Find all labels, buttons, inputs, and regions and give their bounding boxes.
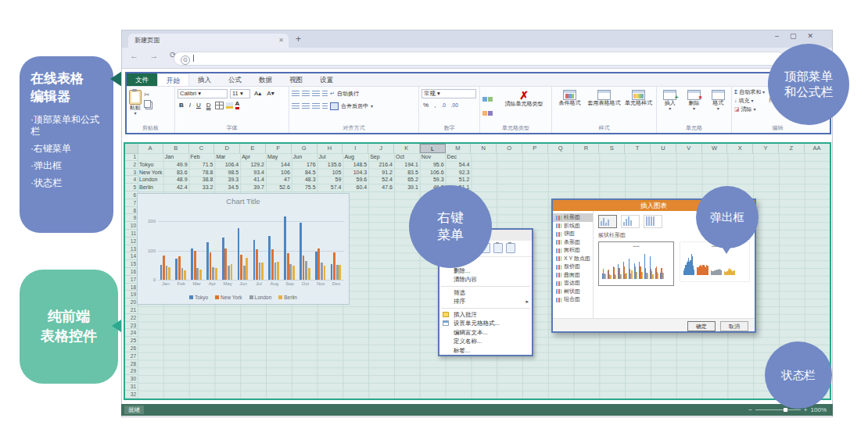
align-right-icon[interactable] — [312, 103, 320, 109]
chart-type-曲面图[interactable]: 曲面图 — [553, 271, 593, 280]
grid-cell[interactable]: 78.8 — [189, 169, 215, 177]
font-color-icon[interactable]: A — [235, 101, 240, 109]
chart-preview-alt[interactable]: ▬▬ — [680, 241, 750, 282]
column-header-V[interactable]: V — [676, 144, 702, 153]
grid-cell[interactable]: London — [138, 176, 163, 184]
grid-cell[interactable]: 39.7 — [240, 184, 266, 191]
ribbon-tab-设置[interactable]: 设置 — [311, 73, 342, 86]
chart-type-组合图[interactable]: 组合图 — [553, 295, 593, 304]
column-header-M[interactable]: M — [446, 144, 472, 153]
chart-preview-selected[interactable]: ▬▬ — [598, 241, 674, 286]
chart-subtype-thumb-1[interactable] — [598, 215, 617, 228]
grid-cell[interactable]: 106.6 — [420, 169, 446, 177]
grid-cell[interactable]: Mar — [214, 153, 240, 161]
grid-cell[interactable]: 176 — [292, 161, 317, 169]
column-header-O[interactable]: O — [497, 144, 522, 153]
column-header-AA[interactable]: AA — [805, 144, 830, 153]
grid-cell[interactable]: 83.6 — [163, 169, 189, 177]
fill-button[interactable]: ↓ 填充 ▾ — [734, 97, 765, 105]
row-header-17[interactable]: 17 — [125, 276, 138, 284]
grid-cell[interactable]: 52.6 — [266, 184, 292, 191]
chart-subtype-thumb-3[interactable] — [644, 215, 662, 228]
grid-cell[interactable]: Sep — [368, 153, 394, 161]
chart-type-条形图[interactable]: 条形图 — [553, 238, 593, 247]
grid-cell[interactable]: 71.5 — [189, 161, 215, 169]
copy-icon[interactable] — [144, 100, 151, 108]
grid-cell[interactable]: Aug — [343, 153, 368, 161]
align-middle-icon[interactable] — [302, 91, 310, 96]
column-header-R[interactable]: R — [574, 144, 600, 153]
browser-tab[interactable]: 新建页面 ✕ — [128, 34, 289, 48]
ok-button[interactable]: 确定 — [687, 321, 716, 331]
grid-cell[interactable]: 60.4 — [343, 184, 368, 191]
paste-button[interactable]: 粘贴 ▾ — [129, 88, 142, 125]
row-header-20[interactable]: 20 — [125, 299, 138, 306]
column-header-Z[interactable]: Z — [779, 144, 805, 153]
grid-cell[interactable]: 49.9 — [163, 161, 189, 169]
row-header-4[interactable]: 4 — [125, 176, 138, 184]
ribbon-tab-视图[interactable]: 视图 — [281, 73, 311, 86]
shrink-font-button[interactable]: A▾ — [265, 90, 275, 98]
column-header-Q[interactable]: Q — [548, 144, 574, 153]
row-header-16[interactable]: 16 — [125, 268, 138, 276]
grid-cell[interactable]: 144 — [266, 161, 292, 169]
row-header-7[interactable]: 7 — [125, 199, 138, 207]
grid-cell[interactable]: 148.5 — [343, 161, 368, 169]
row-header-6[interactable]: 6 — [125, 191, 138, 199]
grid-cell[interactable]: Jul — [317, 153, 343, 161]
indent-icon[interactable] — [322, 103, 328, 109]
row-header-23[interactable]: 23 — [125, 322, 138, 330]
url-bar[interactable]: G — [174, 52, 785, 66]
grid-cell[interactable]: Berlin — [138, 184, 163, 191]
grid-cell[interactable]: 47.6 — [368, 184, 394, 191]
clear-cell-type-button[interactable]: ✗ 清除单元格类型 — [504, 88, 544, 125]
column-header-N[interactable]: N — [471, 144, 497, 153]
borders-icon[interactable] — [215, 102, 224, 109]
paste-option-icon[interactable] — [506, 243, 515, 253]
grid-cell[interactable]: Dec — [446, 153, 472, 161]
row-header-32[interactable]: 32 — [125, 391, 138, 399]
grid-cell[interactable]: 105 — [317, 169, 343, 177]
zoom-slider-thumb[interactable] — [784, 408, 787, 412]
align-center-icon[interactable] — [302, 103, 310, 109]
grid-cell[interactable]: 33.2 — [189, 184, 215, 191]
back-icon[interactable]: ← — [130, 51, 138, 60]
wrap-text-button[interactable]: 自动换行 — [337, 90, 359, 98]
row-header-8[interactable]: 8 — [125, 207, 138, 215]
row-header-30[interactable]: 30 — [125, 375, 138, 383]
grid-cell[interactable]: 57.4 — [317, 184, 343, 191]
row-header-26[interactable]: 26 — [125, 345, 138, 352]
row-header-2[interactable]: 2 — [125, 161, 138, 169]
grid-cell[interactable]: 54.4 — [446, 161, 472, 169]
menu-item-排序[interactable]: 排序▸ — [439, 297, 532, 306]
chart-type-股价图[interactable]: 股价图 — [553, 263, 593, 271]
close-button[interactable]: ✕ — [807, 32, 824, 40]
grid-cell[interactable]: 98.5 — [214, 169, 240, 177]
column-header-E[interactable]: E — [240, 144, 266, 153]
row-header-10[interactable]: 10 — [125, 222, 138, 230]
column-header-Y[interactable]: Y — [753, 144, 779, 153]
number-format-select[interactable]: 常规 ▾ — [421, 89, 476, 98]
maximize-button[interactable]: ▢ — [790, 32, 808, 40]
font-family-select[interactable]: Calibri ▾ — [178, 89, 228, 98]
column-header-A[interactable]: A — [138, 144, 163, 153]
ribbon-tab-文件[interactable]: 文件 — [127, 73, 157, 86]
grid-cell[interactable]: 75.5 — [292, 184, 317, 191]
grid-cell[interactable]: 59.3 — [420, 176, 446, 184]
format-cells-button[interactable]: 格式▾ — [712, 88, 725, 125]
chart-type-饼图[interactable]: 饼图 — [553, 230, 593, 238]
cancel-button[interactable]: 取消 — [720, 321, 748, 331]
format-as-table-button[interactable]: 套用表格格式 — [587, 88, 621, 125]
cell-styles-button[interactable]: 单元格样式 — [623, 88, 654, 125]
delete-cells-button[interactable]: × 删除▾ — [687, 88, 701, 125]
new-tab-button[interactable]: + — [296, 34, 301, 45]
grid-cell[interactable]: 39.3 — [214, 176, 240, 184]
cut-icon[interactable]: ✂ — [144, 91, 151, 98]
row-header-21[interactable]: 21 — [125, 306, 138, 314]
menu-item-标签[interactable]: 标签... — [439, 346, 532, 356]
cell-type-icons[interactable] — [482, 88, 501, 125]
menu-item-编辑富文本[interactable]: 编辑富文本... — [439, 328, 532, 338]
grid-cell[interactable]: 95.6 — [420, 161, 446, 169]
chart-subtype-thumb-2[interactable] — [621, 215, 640, 228]
orientation-icon[interactable] — [322, 91, 328, 96]
